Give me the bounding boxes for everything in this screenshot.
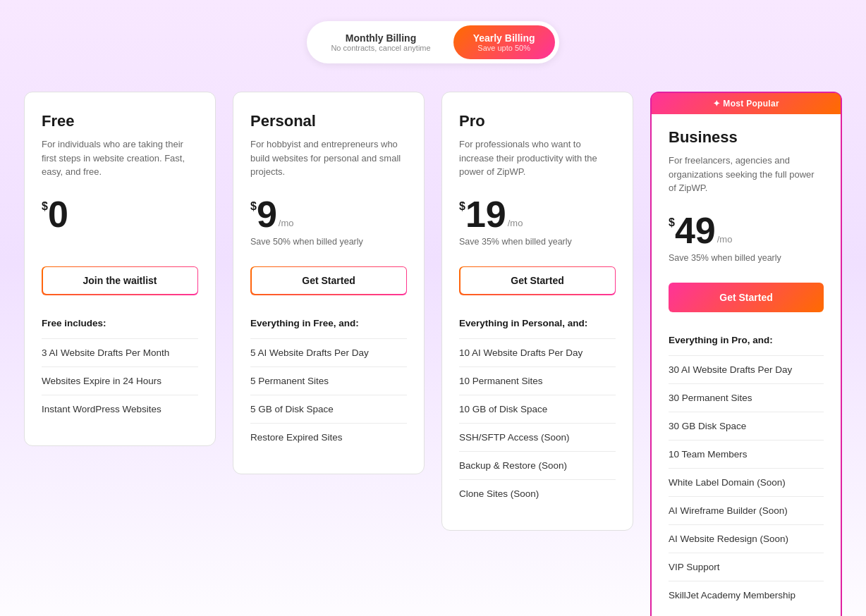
feature-item-personal-2: 5 GB of Disk Space <box>250 395 407 423</box>
plan-name-pro: Pro <box>459 112 616 130</box>
plan-card-business: ✦Most Popular BusinessFor freelancers, a… <box>650 92 842 616</box>
feature-item-free-0: 3 AI Website Drafts Per Month <box>42 338 198 366</box>
plan-desc-personal: For hobbyist and entrepreneurs who build… <box>250 137 407 179</box>
feature-item-business-8: SkillJet Academy Membership <box>669 581 824 609</box>
billing-toggle: Monthly Billing No contracts, cancel any… <box>307 21 559 63</box>
price-save-pro: Save 35% when billed yearly <box>459 237 616 250</box>
feature-item-personal-3: Restore Expired Sites <box>250 423 407 451</box>
billing-toggle-container: Monthly Billing No contracts, cancel any… <box>14 21 852 63</box>
plans-grid: FreeFor individuals who are taking their… <box>24 92 842 616</box>
feature-item-personal-1: 5 Permanent Sites <box>250 366 407 395</box>
plan-name-personal: Personal <box>250 112 407 130</box>
price-dollar-personal: $ <box>250 200 257 213</box>
price-amount-free: 0 <box>48 196 68 233</box>
price-amount-business: 49 <box>675 212 716 249</box>
price-mo-personal: /mo <box>279 218 294 228</box>
features-label-business: Everything in Pro, and: <box>669 335 824 345</box>
cta-button-wrapper-personal: Get Started <box>250 266 407 295</box>
cta-button-pro[interactable]: Get Started <box>461 267 615 294</box>
feature-item-business-5: AI Wireframe Builder (Soon) <box>669 496 824 524</box>
price-amount-personal: 9 <box>257 196 277 233</box>
price-dollar-business: $ <box>669 216 675 229</box>
feature-item-business-6: AI Website Redesign (Soon) <box>669 524 824 553</box>
yearly-billing-option[interactable]: Yearly Billing Save upto 50% <box>453 25 555 59</box>
features-label-free: Free includes: <box>42 318 198 328</box>
most-popular-badge: ✦Most Popular <box>652 93 841 114</box>
price-mo-business: /mo <box>717 234 733 245</box>
feature-item-pro-1: 10 Permanent Sites <box>459 366 616 395</box>
price-row-personal: $ 9 /mo <box>250 196 407 233</box>
plan-name-free: Free <box>42 112 198 130</box>
cta-button-wrapper-free: Join the waitlist <box>42 266 198 295</box>
plan-card-free: FreeFor individuals who are taking their… <box>24 92 216 446</box>
feature-item-business-2: 30 GB Disk Space <box>669 412 824 440</box>
feature-item-business-7: VIP Support <box>669 553 824 581</box>
cta-button-wrapper-pro: Get Started <box>459 266 616 295</box>
feature-item-free-1: Websites Expire in 24 Hours <box>42 366 198 395</box>
yearly-billing-sublabel: Save upto 50% <box>473 44 535 52</box>
price-amount-pro: 19 <box>465 196 506 233</box>
feature-item-business-1: 30 Permanent Sites <box>669 383 824 412</box>
yearly-billing-label: Yearly Billing <box>473 32 535 44</box>
features-label-pro: Everything in Personal, and: <box>459 318 616 328</box>
price-dollar-pro: $ <box>459 200 465 213</box>
price-save-business: Save 35% when billed yearly <box>669 253 824 266</box>
feature-item-pro-5: Clone Sites (Soon) <box>459 479 616 507</box>
price-mo-pro: /mo <box>508 218 523 228</box>
price-row-free: $ 0 <box>42 196 198 233</box>
monthly-billing-sublabel: No contracts, cancel anytime <box>331 44 430 52</box>
cta-button-personal[interactable]: Get Started <box>252 267 406 294</box>
feature-item-business-0: 30 AI Website Drafts Per Day <box>669 355 824 383</box>
plan-name-business: Business <box>669 128 824 147</box>
feature-item-pro-3: SSH/SFTP Access (Soon) <box>459 423 616 451</box>
price-save-free <box>42 237 198 250</box>
cta-button-business[interactable]: Get Started <box>669 283 824 312</box>
price-dollar-free: $ <box>42 200 48 213</box>
monthly-billing-label: Monthly Billing <box>331 32 430 44</box>
price-save-personal: Save 50% when billed yearly <box>250 237 407 250</box>
price-row-pro: $ 19 /mo <box>459 196 616 233</box>
feature-item-free-2: Instant WordPress Websites <box>42 395 198 423</box>
feature-item-business-3: 10 Team Members <box>669 440 824 468</box>
price-row-business: $ 49 /mo <box>669 212 824 249</box>
plan-desc-free: For individuals who are taking their fir… <box>42 137 198 179</box>
feature-item-pro-0: 10 AI Website Drafts Per Day <box>459 338 616 366</box>
feature-item-business-4: White Label Domain (Soon) <box>669 468 824 496</box>
feature-item-personal-0: 5 AI Website Drafts Per Day <box>250 338 407 366</box>
feature-item-pro-2: 10 GB of Disk Space <box>459 395 616 423</box>
plan-desc-pro: For professionals who want to increase t… <box>459 137 616 179</box>
cta-button-free[interactable]: Join the waitlist <box>43 267 197 294</box>
plan-card-pro: ProFor professionals who want to increas… <box>441 92 633 531</box>
plan-desc-business: For freelancers, agencies and organizati… <box>669 154 824 195</box>
monthly-billing-option[interactable]: Monthly Billing No contracts, cancel any… <box>311 25 450 59</box>
features-label-personal: Everything in Free, and: <box>250 318 407 328</box>
plan-card-personal: PersonalFor hobbyist and entrepreneurs w… <box>233 92 425 474</box>
feature-item-pro-4: Backup & Restore (Soon) <box>459 451 616 479</box>
